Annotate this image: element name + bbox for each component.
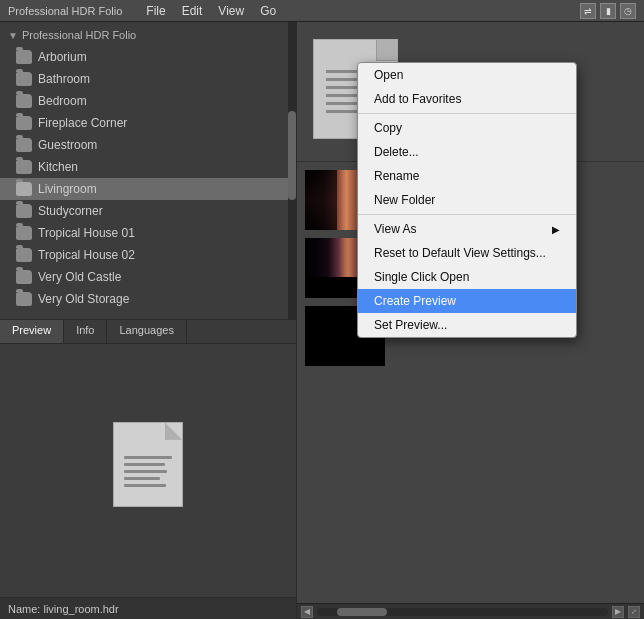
wifi-icon: ⇌	[580, 3, 596, 19]
main-layout: ▼ Professional HDR Folio Arborium Bathro…	[0, 22, 644, 619]
folder-icon-studycorner	[16, 204, 32, 218]
folder-icon-livingroom	[16, 182, 32, 196]
tab-info[interactable]: Info	[64, 320, 107, 343]
folder-item-livingroom[interactable]: Livingroom	[0, 178, 296, 200]
menu-go[interactable]: Go	[260, 4, 276, 18]
scroll-track[interactable]	[317, 608, 608, 616]
tabs-row: Preview Info Languages	[0, 320, 296, 344]
context-menu-create-preview[interactable]: Create Preview	[358, 289, 576, 313]
context-menu-open[interactable]: Open	[358, 63, 576, 87]
folder-icon-bedroom	[16, 94, 32, 108]
context-menu-rename[interactable]: Rename	[358, 164, 576, 188]
folder-icon-tropical1	[16, 226, 32, 240]
name-bar: Name: living_room.hdr	[0, 597, 296, 619]
folder-item-bathroom[interactable]: Bathroom	[0, 68, 296, 90]
folder-list-scrollbar-thumb[interactable]	[288, 111, 296, 200]
folder-item-studycorner[interactable]: Studycorner	[0, 200, 296, 222]
folder-item-tropical1[interactable]: Tropical House 01	[0, 222, 296, 244]
right-panel: living_room.hdr Open Add to Favorites Co…	[297, 22, 644, 619]
folder-icon-professional: ▼	[8, 30, 18, 41]
scroll-thumb[interactable]	[337, 608, 387, 616]
context-menu-set-preview[interactable]: Set Preview...	[358, 313, 576, 337]
folder-item-arborium[interactable]: Arborium	[0, 46, 296, 68]
folder-item-tropical2[interactable]: Tropical House 02	[0, 244, 296, 266]
folder-icon-kitchen	[16, 160, 32, 174]
context-menu-reset-view[interactable]: Reset to Default View Settings...	[358, 241, 576, 265]
menu-view[interactable]: View	[218, 4, 244, 18]
folder-list-scrollbar[interactable]	[288, 22, 296, 319]
folder-icon-arborium	[16, 50, 32, 64]
folder-item-very-old-storage[interactable]: Very Old Storage	[0, 288, 296, 310]
folder-icon-guestroom	[16, 138, 32, 152]
context-menu-copy[interactable]: Copy	[358, 116, 576, 140]
context-menu-new-folder[interactable]: New Folder	[358, 188, 576, 212]
folder-icon-very-old-storage	[16, 292, 32, 306]
context-menu: Open Add to Favorites Copy Delete... Ren…	[357, 62, 577, 338]
context-menu-view-as-arrow: ▶	[552, 224, 560, 235]
menu-edit[interactable]: Edit	[182, 4, 203, 18]
folder-item-kitchen[interactable]: Kitchen	[0, 156, 296, 178]
time-icon: ◷	[620, 3, 636, 19]
folder-list: ▼ Professional HDR Folio Arborium Bathro…	[0, 22, 296, 319]
scroll-expand-button[interactable]: ⤢	[628, 606, 640, 618]
left-panel: ▼ Professional HDR Folio Arborium Bathro…	[0, 22, 297, 619]
context-menu-sep-2	[358, 214, 576, 215]
menu-file[interactable]: File	[146, 4, 165, 18]
tab-languages[interactable]: Languages	[107, 320, 186, 343]
right-scrollbar: ◀ ▶ ⤢	[297, 603, 644, 619]
bottom-left-panel: Preview Info Languages	[0, 319, 296, 619]
scroll-right-arrow[interactable]: ▶	[612, 606, 624, 618]
folder-item-bedroom[interactable]: Bedroom	[0, 90, 296, 112]
folder-icon-tropical2	[16, 248, 32, 262]
preview-area	[0, 344, 296, 597]
folder-icon-very-old-castle	[16, 270, 32, 284]
context-menu-delete[interactable]: Delete...	[358, 140, 576, 164]
folder-item-professional[interactable]: ▼ Professional HDR Folio	[0, 24, 296, 46]
context-menu-add-favorites[interactable]: Add to Favorites	[358, 87, 576, 111]
folder-item-very-old-castle[interactable]: Very Old Castle	[0, 266, 296, 288]
context-menu-sep-1	[358, 113, 576, 114]
menu-bar-icons: ⇌ ▮ ◷	[580, 3, 636, 19]
context-menu-single-click[interactable]: Single Click Open	[358, 265, 576, 289]
app-name: Professional HDR Folio	[8, 5, 122, 17]
context-menu-view-as[interactable]: View As ▶	[358, 217, 576, 241]
folder-icon-fireplace	[16, 116, 32, 130]
menu-bar: Professional HDR Folio File Edit View Go…	[0, 0, 644, 22]
folder-icon-bathroom	[16, 72, 32, 86]
folder-item-fireplace[interactable]: Fireplace Corner	[0, 112, 296, 134]
right-top-area: living_room.hdr Open Add to Favorites Co…	[297, 22, 644, 162]
preview-file-page	[113, 422, 183, 507]
preview-file-lines	[124, 456, 172, 491]
scroll-left-arrow[interactable]: ◀	[301, 606, 313, 618]
folder-item-guestroom[interactable]: Guestroom	[0, 134, 296, 156]
tab-preview[interactable]: Preview	[0, 320, 64, 343]
battery-icon: ▮	[600, 3, 616, 19]
preview-file-icon	[108, 422, 188, 512]
